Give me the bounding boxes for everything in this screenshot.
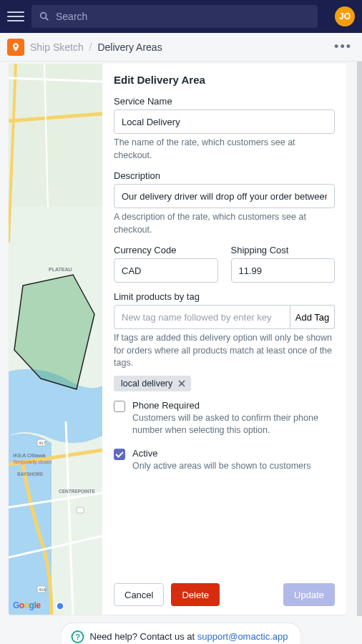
hamburger-icon[interactable] (7, 8, 24, 25)
svg-line-1 (46, 18, 49, 21)
svg-rect-3 (9, 64, 102, 207)
svg-text:CENTREPOINTE: CENTREPOINTE (59, 489, 96, 494)
svg-text:PLATEAU: PLATEAU (49, 267, 72, 272)
search-icon (39, 11, 50, 22)
svg-rect-11 (77, 507, 84, 513)
google-logo: Google (13, 600, 40, 610)
scrollbar[interactable] (357, 62, 362, 616)
svg-point-0 (41, 13, 47, 19)
update-button[interactable]: Update (283, 583, 335, 606)
add-tag-button[interactable]: Add Tag (290, 305, 335, 329)
button-row: Cancel Delete Update (114, 583, 335, 606)
currency-label: Currency Code (114, 245, 218, 255)
phone-required-help: Customers will be asked to confirm their… (132, 412, 335, 437)
svg-text:IKEA Ottawa: IKEA Ottawa (13, 452, 46, 459)
breadcrumb-bar: Ship Sketch / Delivery Areas ••• (0, 33, 362, 62)
breadcrumb-current: Delivery Areas (97, 42, 162, 53)
panel-title: Edit Delivery Area (114, 74, 335, 86)
breadcrumb: Ship Sketch / Delivery Areas (30, 42, 162, 53)
tag-input[interactable] (114, 305, 290, 329)
phone-required-checkbox[interactable] (114, 401, 125, 412)
currency-input[interactable] (114, 258, 218, 283)
delivery-area-card: PLATEAU IKEA Ottawa Temporarily closed B… (9, 64, 346, 615)
search-input[interactable] (56, 11, 310, 22)
phone-required-label: Phone Required (132, 400, 335, 411)
cancel-button[interactable]: Cancel (114, 583, 164, 606)
svg-text:416: 416 (39, 587, 47, 592)
active-help: Only active areas will be shown to custo… (132, 460, 310, 473)
active-checkbox[interactable] (114, 449, 125, 460)
tag-limit-label: Limit products by tag (114, 291, 335, 302)
form-pane: Edit Delivery Area Service Name The name… (102, 64, 346, 615)
close-icon[interactable] (177, 379, 187, 389)
description-help: A description of the rate, which custome… (114, 211, 335, 236)
content: PLATEAU IKEA Ottawa Temporarily closed B… (0, 62, 362, 644)
svg-text:Temporarily closed: Temporarily closed (13, 459, 52, 465)
avatar[interactable]: JO (335, 6, 355, 26)
help-text: Need help? Contact us at (90, 631, 197, 642)
breadcrumb-app[interactable]: Ship Sketch (30, 42, 84, 53)
tag-chip-label: local delivery (121, 379, 172, 389)
svg-text:417: 417 (39, 441, 47, 445)
app-icon (7, 39, 24, 56)
delete-button[interactable]: Delete (171, 583, 220, 606)
svg-point-14 (57, 602, 64, 610)
service-name-help: The name of the rate, which customers se… (114, 137, 335, 162)
shipping-input[interactable] (231, 258, 336, 283)
tag-help: If tags are added this delivery option w… (114, 332, 335, 370)
svg-text:BAYSHORE: BAYSHORE (17, 472, 44, 477)
help-icon: ? (72, 630, 84, 643)
more-icon[interactable]: ••• (331, 36, 355, 57)
description-input[interactable] (114, 184, 335, 208)
description-label: Description (114, 170, 335, 181)
active-label: Active (132, 448, 310, 459)
map[interactable]: PLATEAU IKEA Ottawa Temporarily closed B… (9, 64, 102, 615)
search-box[interactable] (31, 5, 318, 28)
help-footer: ? Need help? Contact us at support@omact… (61, 623, 302, 644)
shipping-label: Shipping Cost (231, 245, 336, 255)
service-name-label: Service Name (114, 96, 335, 107)
tag-chip: local delivery (114, 376, 191, 391)
service-name-input[interactable] (114, 109, 335, 134)
help-link[interactable]: support@omactic.app (197, 631, 288, 642)
topbar: JO (0, 0, 362, 33)
